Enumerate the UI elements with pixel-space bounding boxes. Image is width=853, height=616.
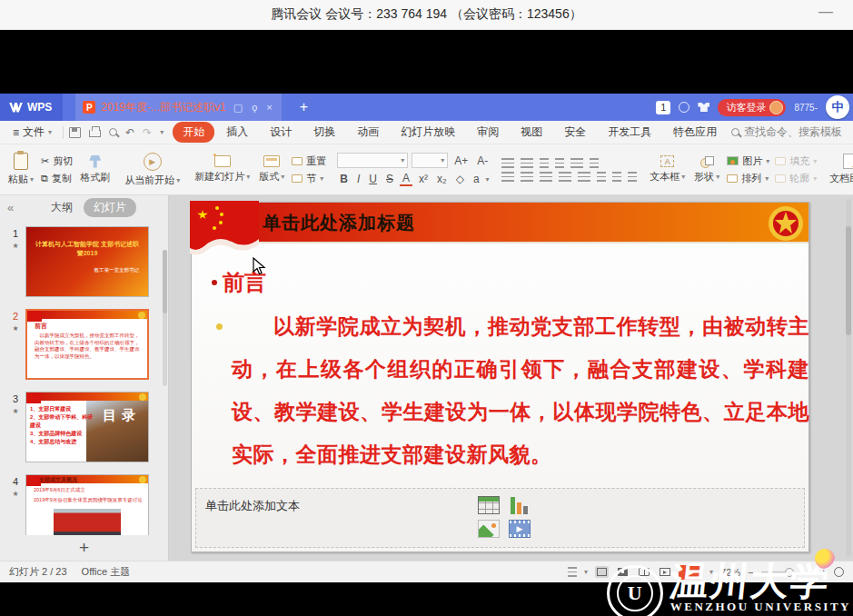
bold-button[interactable]: B (337, 173, 351, 185)
decrease-indent-icon[interactable] (540, 158, 549, 168)
paste-button[interactable]: 粘贴▾ (4, 147, 38, 192)
format-painter-button[interactable]: 格式刷 (75, 147, 114, 192)
chevron-down-icon[interactable]: ▾ (584, 568, 588, 576)
paragraph-spacing-icon[interactable] (612, 172, 621, 182)
sync-icon[interactable] (679, 102, 689, 113)
tab-review[interactable]: 审阅 (467, 122, 509, 143)
bullet-list-icon[interactable] (501, 158, 514, 168)
tab-outline[interactable]: 大纲 (51, 200, 73, 215)
add-slide-button[interactable]: + (0, 535, 168, 561)
tab-transition[interactable]: 切换 (303, 122, 345, 143)
tab-devtools[interactable]: 开发工具 (598, 122, 661, 143)
chevron-down-icon: ▾ (813, 157, 817, 165)
align-right-icon[interactable] (540, 172, 552, 182)
font-name-select[interactable]: ▾ (337, 153, 408, 168)
insert-media-icon[interactable]: ▶ (509, 520, 531, 538)
font-color-button[interactable]: A (400, 172, 412, 186)
flower-icon (815, 549, 835, 569)
close-tab-icon[interactable]: × (264, 102, 273, 113)
quickbar-more-icon[interactable]: ▾ (160, 128, 164, 136)
slide-body-text[interactable]: 以新学院成立为契机，推动党支部工作转型，由被动转主动，在上级各个组织的正确引领下… (232, 305, 809, 476)
save-icon[interactable] (69, 127, 81, 138)
theme-label[interactable]: Office 主题 (82, 565, 131, 579)
skin-icon[interactable] (698, 103, 709, 112)
new-tab-button[interactable]: + (294, 99, 313, 115)
tips-bulb-icon[interactable]: ϙ (250, 102, 259, 113)
line-spacing-icon[interactable] (597, 172, 606, 182)
numbered-list-icon[interactable] (521, 158, 533, 168)
char-tool-button[interactable]: a (471, 173, 482, 185)
copy-button[interactable]: ⧉复制 (41, 172, 73, 185)
file-menu-button[interactable]: ≡ 文件 ▾ (7, 124, 57, 140)
sidebar-scrollbar[interactable] (163, 250, 167, 386)
clear-format-icon[interactable]: ◇ (453, 173, 467, 185)
underline-button[interactable]: U (366, 173, 380, 185)
insert-table-icon[interactable] (478, 496, 500, 514)
textbox-button[interactable]: A 文本框▾ (645, 147, 689, 192)
superscript-button[interactable]: x² (416, 173, 431, 185)
document-tab[interactable]: P 2019年度-...部书记述职v1 ▢ ϙ × (75, 94, 281, 121)
shrink-font-button[interactable]: A- (474, 154, 491, 167)
wps-logo-button[interactable]: WPS (0, 94, 63, 121)
insert-picture-icon[interactable] (478, 520, 500, 538)
slide-thumb-row-4: 4★ 支部成立及概况 2019年9月6日正式成立 2019年9月份召集全体党员围… (5, 474, 168, 535)
tab-special[interactable]: 特色应用 (663, 122, 727, 143)
university-seal-icon: U (607, 565, 663, 616)
ime-indicator[interactable]: 中 (826, 95, 849, 119)
increase-indent-icon[interactable] (555, 158, 564, 168)
print-icon[interactable] (89, 130, 101, 137)
reset-button[interactable]: 重置 (292, 154, 326, 168)
shapes-button[interactable]: 形状▾ (689, 147, 724, 192)
tab-home[interactable]: 开始 (173, 122, 214, 143)
justify-icon[interactable] (559, 172, 571, 182)
strikethrough-button[interactable]: S (383, 173, 396, 185)
play-from-current-button[interactable]: ▶ 从当前开始▾ (120, 147, 184, 192)
minimize-button[interactable]: — (813, 2, 838, 22)
redo-icon[interactable]: ↷ (143, 126, 152, 139)
slide-editor[interactable]: 单击此处添加标题 前言 以新学院成立为契机，推动党支部工作转型，由被动转主动，在… (191, 202, 809, 552)
tab-design[interactable]: 设计 (260, 122, 302, 143)
picture-button[interactable]: 图片▾ (727, 154, 769, 168)
slide-thumbnail-4[interactable]: 支部成立及概况 2019年9月6日正式成立 2019年9月份召集全体党员围绕学院… (25, 474, 149, 535)
align-left-icon[interactable] (501, 172, 514, 182)
content-placeholder[interactable]: 单击此处添加文本 ▶ (195, 488, 805, 548)
undo-icon[interactable]: ↶ (125, 126, 134, 139)
tab-insert[interactable]: 插入 (216, 122, 258, 143)
toc-item: 2、支部带动下学科、科研建设 (30, 413, 95, 430)
slide-thumbnail-2-selected[interactable]: 前言 以新学院成立为契机，推动党支部工作转型，由被动转主动，在上级各个组织的正确… (25, 309, 149, 380)
font-size-select[interactable]: ▾ (412, 153, 448, 168)
columns-icon[interactable] (590, 158, 599, 168)
slide-title-placeholder[interactable]: 单击此处添加标题 (263, 211, 415, 235)
tab-security[interactable]: 安全 (554, 122, 596, 143)
print-preview-icon[interactable] (109, 128, 117, 136)
italic-button[interactable]: I (354, 173, 362, 185)
canvas-scrollbar[interactable] (846, 199, 851, 557)
distribute-icon[interactable] (578, 172, 590, 182)
grow-font-button[interactable]: A+ (451, 154, 471, 167)
tab-animation[interactable]: 动画 (347, 122, 389, 143)
insert-chart-icon[interactable] (509, 496, 531, 514)
share-screen-icon[interactable]: ▢ (232, 102, 244, 114)
window-count-badge[interactable]: 1 (656, 101, 670, 114)
new-slide-icon (214, 155, 231, 167)
slide-thumbnail-1[interactable]: 计算机与人工智能学院 支部书记述职 暨2019 教工第一党支部书记 (25, 226, 149, 297)
command-search[interactable]: 查找命令、搜索模板 (731, 124, 846, 140)
text-align-vertical-icon[interactable] (628, 172, 637, 182)
doc-assistant-button[interactable]: 文档助手 (825, 147, 853, 192)
subscript-button[interactable]: x₂ (434, 173, 450, 185)
align-center-icon[interactable] (521, 172, 533, 182)
party-emblem-icon (767, 204, 805, 243)
guest-login-button[interactable]: 访客登录 (718, 99, 786, 116)
tab-slideshow[interactable]: 幻灯片放映 (391, 122, 465, 143)
arrange-button[interactable]: 排列▾ (727, 172, 769, 185)
text-direction-icon[interactable] (570, 158, 583, 168)
slide-thumbnail-3[interactable]: 目录 1、支部日常建设 2、支部带动下学科、科研建设 3、支部品牌特色建设 4、… (25, 392, 149, 462)
notes-icon[interactable] (568, 567, 577, 577)
new-slide-button[interactable]: 新建幻灯片▾ (190, 147, 254, 192)
layout-button[interactable]: 版式▾ (254, 147, 289, 192)
cut-button[interactable]: ✂剪切 (41, 154, 73, 168)
tab-slides[interactable]: 幻灯片 (84, 198, 136, 217)
section-button[interactable]: 节▾ (292, 172, 326, 185)
collapse-panel-button[interactable]: « (7, 201, 14, 214)
tab-view[interactable]: 视图 (511, 122, 552, 143)
